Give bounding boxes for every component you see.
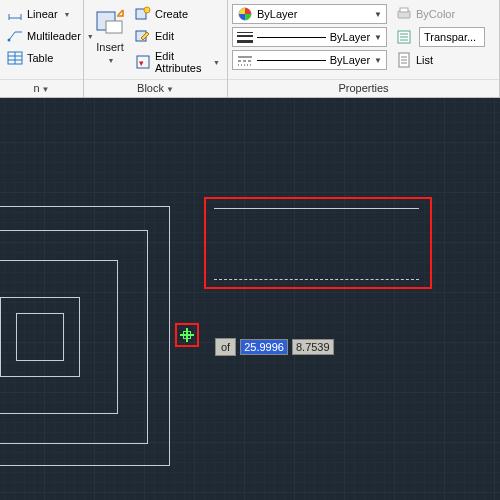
drawing-line-solid <box>214 208 419 209</box>
insert-block-icon <box>94 6 126 38</box>
color-combo[interactable]: ByLayer ▼ <box>232 4 387 24</box>
create-label: Create <box>155 8 188 20</box>
multileader-icon <box>7 28 23 44</box>
table-label: Table <box>27 52 53 64</box>
chevron-down-icon: ▼ <box>374 33 382 42</box>
dynamic-input-y[interactable]: 8.7539 <box>292 339 334 355</box>
panel-properties: ByLayer ▼ ByLayer ▼ ByLayer ▼ <box>228 0 500 97</box>
multileader-label: Multileader <box>27 30 81 42</box>
linear-label: Linear <box>27 8 58 20</box>
transparency-combo[interactable]: Transpar... <box>419 27 485 47</box>
dynamic-input-label: of <box>215 338 236 356</box>
list-icon <box>396 29 412 45</box>
svg-point-11 <box>144 7 150 13</box>
linetype-value: ByLayer <box>330 54 370 66</box>
chevron-down-icon: ▼ <box>64 11 71 18</box>
dynamic-input-x[interactable]: 25.9996 <box>240 339 288 355</box>
panel-title-block[interactable]: Block▼ <box>84 79 227 97</box>
linetype-sample <box>257 60 326 61</box>
create-block-icon <box>135 6 151 22</box>
edit-block-icon <box>135 28 151 44</box>
ribbon: Linear ▼ Multileader ▼ Table <box>0 0 500 98</box>
linetype-combo[interactable]: ByLayer ▼ <box>232 50 387 70</box>
drawing-line-dashed <box>214 279 419 280</box>
drawing-rectangle <box>16 313 64 361</box>
linetype-icon <box>237 52 253 68</box>
table-button[interactable]: Table <box>4 48 97 68</box>
transparency-value: Transpar... <box>424 31 476 43</box>
bycolor-label: ByColor <box>416 8 455 20</box>
dynamic-input: of 25.9996 8.7539 <box>215 338 334 356</box>
color-value: ByLayer <box>257 8 297 20</box>
edit-attributes-button[interactable]: ▾ Edit Attributes ▼ <box>132 48 223 76</box>
list-button[interactable] <box>393 27 415 47</box>
edit-block-button[interactable]: Edit <box>132 26 223 46</box>
lineweight-sample <box>257 37 326 38</box>
bycolor-button[interactable]: ByColor <box>393 4 485 24</box>
chevron-down-icon: ▼ <box>213 59 220 66</box>
table-icon <box>7 50 23 66</box>
drawing-canvas[interactable]: of 25.9996 8.7539 <box>0 98 500 500</box>
lineweight-combo[interactable]: ByLayer ▼ <box>232 27 387 47</box>
edit-attributes-label: Edit Attributes <box>155 50 207 74</box>
svg-rect-9 <box>106 21 122 33</box>
edit-attributes-icon: ▾ <box>135 54 151 70</box>
chevron-down-icon: ▼ <box>374 10 382 19</box>
edit-label: Edit <box>155 30 174 42</box>
panel-block: Insert▼ Create Edit ▾ <box>84 0 228 97</box>
insert-block-button[interactable]: Insert▼ <box>88 2 132 69</box>
svg-text:▾: ▾ <box>139 58 144 68</box>
lineweight-value: ByLayer <box>330 31 370 43</box>
highlight-box-large <box>204 197 432 289</box>
panel-annotation: Linear ▼ Multileader ▼ Table <box>0 0 84 97</box>
chevron-down-icon: ▼ <box>108 57 115 64</box>
crosshair-cursor <box>180 328 194 342</box>
chevron-down-icon: ▼ <box>374 56 382 65</box>
list-label: List <box>416 54 433 66</box>
list-doc-icon <box>396 52 412 68</box>
color-wheel-icon <box>237 6 253 22</box>
create-block-button[interactable]: Create <box>132 4 223 24</box>
panel-title-annotation[interactable]: n▼ <box>0 79 83 97</box>
linear-dimension-button[interactable]: Linear ▼ <box>4 4 97 24</box>
lineweight-icon <box>237 29 253 45</box>
svg-point-3 <box>8 39 11 42</box>
linear-dimension-icon <box>7 6 23 22</box>
list-properties-button[interactable]: List <box>393 50 485 70</box>
panel-title-properties[interactable]: Properties <box>228 79 499 97</box>
print-icon <box>396 6 412 22</box>
svg-rect-20 <box>400 8 408 12</box>
multileader-button[interactable]: Multileader ▼ <box>4 26 97 46</box>
